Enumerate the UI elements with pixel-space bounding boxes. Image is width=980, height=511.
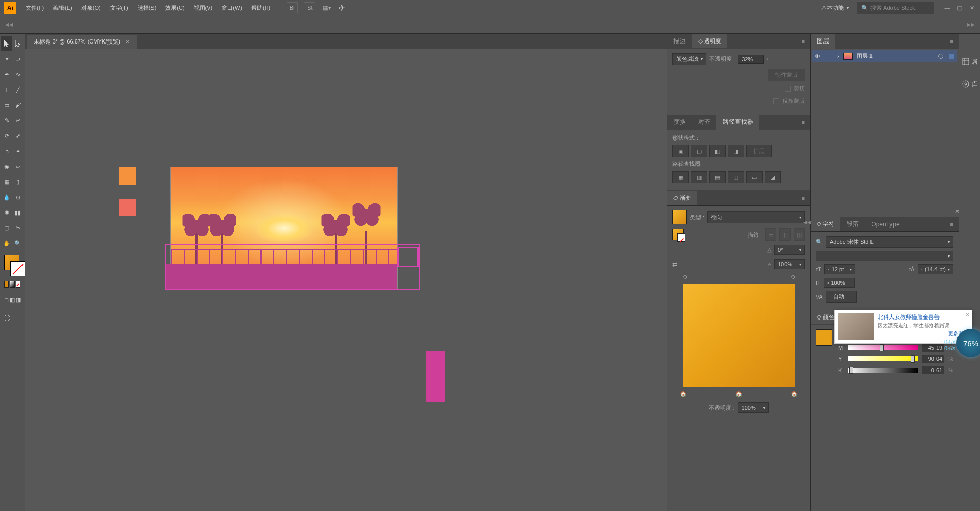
exclude-button[interactable]: ◨	[728, 145, 744, 157]
invert-mask-checkbox[interactable]: 反相蒙版	[773, 97, 805, 105]
color-mode-swatch[interactable]	[4, 281, 9, 288]
minus-back-button[interactable]: ◪	[765, 171, 781, 183]
expand-layer-icon[interactable]: ›	[837, 53, 839, 59]
properties-tab[interactable]: 属	[961, 54, 978, 69]
document-tab[interactable]: 未标题-3* @ 66.67% (CMYK/预览) ✕	[27, 35, 137, 49]
rotate-tool[interactable]: ⟳	[1, 128, 12, 143]
libraries-tab[interactable]: 库	[961, 77, 978, 91]
popup-more-link[interactable]: 更多新闻	[878, 330, 969, 337]
panel-menu-icon[interactable]: ≡	[945, 38, 959, 45]
make-mask-button[interactable]: 制作蒙版	[768, 69, 805, 81]
panel-menu-icon[interactable]: ≡	[797, 195, 810, 201]
panel-close-icon[interactable]: ✕	[955, 208, 960, 215]
black-value[interactable]: 0.61	[922, 366, 944, 374]
popup-title[interactable]: 北科大女教师撞脸金喜善	[878, 313, 969, 321]
intersect-button[interactable]: ◧	[709, 145, 726, 157]
gradient-opacity-input[interactable]: 100%▾	[738, 402, 769, 413]
tab-layers[interactable]: 图层	[811, 34, 835, 49]
menu-help[interactable]: 帮助(H)	[247, 2, 274, 14]
screen-mode-tool[interactable]: ⛶	[1, 310, 12, 326]
minus-front-button[interactable]: ▢	[691, 145, 707, 157]
panel-collapse-icon[interactable]: ◀◀	[803, 220, 811, 225]
maximize-button[interactable]: ▢	[955, 4, 964, 12]
curvature-tool[interactable]: ∿	[12, 67, 24, 82]
vertical-scale-input[interactable]: ‹100%	[824, 278, 855, 288]
zoom-tool[interactable]: 🔍	[12, 236, 24, 251]
symbol-sprayer-tool[interactable]: ✺	[1, 205, 12, 220]
eyedropper-tool[interactable]: 💧	[1, 189, 12, 205]
stroke-swatch[interactable]	[10, 261, 26, 276]
gradient-stroke-swatch[interactable]	[672, 229, 684, 240]
menu-view[interactable]: 视图(V)	[190, 2, 217, 14]
canvas-swatch-orange[interactable]	[119, 167, 136, 185]
color-preview-swatch[interactable]	[816, 329, 832, 346]
collapse-left-icon[interactable]: ◀◀	[5, 22, 13, 27]
popup-close-icon[interactable]: ✕	[965, 311, 970, 318]
aspect-ratio-input[interactable]: 100%▾	[774, 259, 805, 269]
scale-tool[interactable]: ⤢	[12, 128, 24, 143]
gradient-stop-right[interactable]: 🏠	[791, 391, 798, 397]
gradient-stop-mid[interactable]: 🏠	[735, 391, 743, 397]
menu-effect[interactable]: 效果(C)	[161, 2, 188, 14]
tab-character[interactable]: ◇ 字符	[811, 217, 840, 231]
selection-outline[interactable]	[165, 244, 420, 290]
perspective-tool[interactable]: ▱	[12, 159, 24, 174]
selection-tool[interactable]	[1, 36, 12, 51]
gradient-angle-input[interactable]: 0°▾	[774, 245, 805, 255]
stock-icon[interactable]: St	[304, 2, 315, 13]
yellow-slider[interactable]	[848, 356, 918, 361]
artboard-tool[interactable]: ▢	[1, 220, 12, 236]
canvas-swatch-coral[interactable]	[119, 199, 136, 216]
expand-button[interactable]: 扩展	[746, 145, 772, 157]
width-tool[interactable]: ⋔	[1, 143, 12, 159]
font-search-icon[interactable]: 🔍	[816, 239, 823, 245]
gradient-fill-swatch[interactable]	[672, 210, 687, 224]
gradient-preview[interactable]	[683, 284, 795, 387]
gradient-midpoint-icon[interactable]: ◇	[791, 273, 795, 280]
gpu-icon[interactable]: ✈	[339, 3, 345, 13]
minimize-button[interactable]: —	[943, 4, 951, 12]
bridge-icon[interactable]: Br	[287, 2, 298, 13]
pen-tool[interactable]: ✒	[1, 67, 12, 82]
menu-object[interactable]: 对象(O)	[77, 2, 105, 14]
black-slider[interactable]	[848, 368, 918, 373]
tab-opentype[interactable]: OpenType	[865, 218, 905, 231]
font-family-dropdown[interactable]: Adobe 宋体 Std L▾	[826, 236, 953, 248]
panel-menu-icon[interactable]: ≡	[797, 38, 810, 45]
panel-menu-icon[interactable]: ≡	[797, 119, 810, 125]
tab-align[interactable]: 对齐	[692, 115, 716, 130]
tab-stroke[interactable]: 描边	[667, 34, 692, 49]
menu-edit[interactable]: 编辑(E)	[49, 2, 76, 14]
menu-text[interactable]: 文字(T)	[106, 2, 133, 14]
type-tool[interactable]: T	[1, 82, 12, 97]
gradient-mode-swatch[interactable]	[10, 281, 14, 288]
line-tool[interactable]: ╱	[12, 82, 24, 97]
gradient-tool[interactable]: ▯	[12, 174, 24, 189]
gradient-stop-left[interactable]: 🏠	[680, 391, 687, 397]
shaper-tool[interactable]: ✎	[1, 113, 12, 128]
clip-checkbox[interactable]: 剪切	[785, 84, 805, 92]
crop-button[interactable]: ◫	[728, 171, 744, 183]
free-transform-tool[interactable]: ✦	[12, 143, 24, 159]
font-size-input[interactable]: ‹12 pt▾	[824, 264, 855, 274]
visibility-icon[interactable]: 👁	[815, 53, 823, 59]
layer-target-icon[interactable]	[938, 54, 943, 59]
column-graph-tool[interactable]: ▮▮	[12, 205, 24, 220]
selection-outline[interactable]	[397, 247, 419, 267]
search-stock-input[interactable]: 🔍搜索 Adobe Stock	[857, 2, 934, 14]
tab-gradient[interactable]: ◇ 渐变	[667, 191, 697, 205]
slice-tool[interactable]: ✂	[12, 220, 24, 236]
layer-row[interactable]: 👁 › 图层 1	[812, 50, 957, 62]
canvas-pink-rect[interactable]	[426, 351, 445, 402]
canvas-area[interactable]: 未标题-3* @ 66.67% (CMYK/预览) ✕ ⌒ ⌒ ⌒ ⌒ ⌒	[25, 34, 667, 511]
hand-tool[interactable]: ✋	[1, 236, 12, 251]
kerning-input[interactable]: ‹自动	[826, 291, 857, 303]
layer-name[interactable]: 图层 1	[857, 52, 873, 60]
tab-transparency[interactable]: ◇ 透明度	[692, 34, 727, 48]
blend-tool[interactable]: ⊙	[12, 189, 24, 205]
merge-button[interactable]: ▤	[709, 171, 726, 183]
trim-button[interactable]: ▥	[691, 171, 707, 183]
tab-close-icon[interactable]: ✕	[125, 38, 130, 45]
paintbrush-tool[interactable]: 🖌	[12, 97, 24, 113]
direct-selection-tool[interactable]	[12, 36, 24, 51]
